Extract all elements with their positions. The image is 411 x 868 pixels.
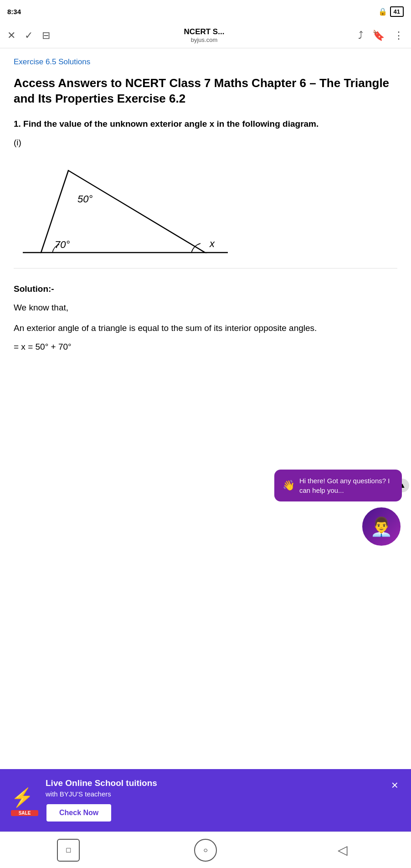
- bottom-banner: ⚡ SALE Live Online School tuitions with …: [0, 769, 411, 832]
- svg-text:70°: 70°: [55, 239, 70, 250]
- back-nav-button[interactable]: ◁: [331, 839, 354, 862]
- battery-display: 41: [390, 7, 404, 16]
- chat-content: 👋 Hi there! Got any questions? I can hel…: [283, 476, 394, 495]
- triangle-diagram: 50° 70° x: [14, 157, 397, 275]
- nav-actions: ⤴ 🔖 ⋮: [358, 30, 404, 41]
- chat-bubble: 👋 Hi there! Got any questions? I can hel…: [274, 470, 402, 501]
- banner-icon-area: ⚡ SALE: [11, 787, 38, 814]
- main-content: Exercise 6.5 Solutions Access Answers to…: [0, 48, 411, 366]
- close-icon[interactable]: ✕: [7, 30, 15, 41]
- main-heading: Access Answers to NCERT Class 7 Maths Ch…: [14, 76, 397, 107]
- banner-title: Live Online School tuitions: [46, 778, 382, 788]
- wave-emoji: 👋: [283, 479, 295, 493]
- square-nav-button[interactable]: □: [57, 839, 80, 862]
- back-triangle-icon: ◁: [338, 842, 348, 858]
- sale-badge: SALE: [11, 810, 38, 816]
- banner-text-area: Live Online School tuitions with BYJU'S …: [46, 778, 382, 822]
- status-right: 🔒 41: [378, 7, 404, 16]
- banner-subtitle: with BYJU'S teachers: [46, 790, 382, 798]
- chevron-down-icon[interactable]: ✓: [25, 30, 33, 41]
- avatar: 👨‍💼: [361, 506, 402, 547]
- page-title: NCERT S...: [184, 27, 225, 36]
- avatar-person-icon: 👨‍💼: [370, 516, 393, 537]
- sub-label: (i): [14, 138, 397, 148]
- status-bar: 8:34 🔒 41: [0, 0, 411, 23]
- bottom-nav: □ ○ ◁: [0, 832, 411, 868]
- square-icon: □: [66, 846, 71, 854]
- circle-icon: ○: [203, 846, 208, 854]
- solution-text-2: An exterior angle of a triangle is equal…: [14, 322, 397, 335]
- solution-label: Solution:-: [14, 284, 397, 294]
- triangle-svg: 50° 70° x: [14, 161, 232, 266]
- svg-text:50°: 50°: [77, 193, 92, 205]
- browser-nav-bar: ✕ ✓ ⊟ NCERT S... byjus.com ⤴ 🔖 ⋮: [0, 23, 411, 48]
- bookmark-icon[interactable]: 🔖: [372, 30, 385, 41]
- settings-icon[interactable]: ⊟: [42, 30, 50, 41]
- question-text: 1. Find the value of the unknown exterio…: [14, 118, 397, 131]
- circle-nav-button[interactable]: ○: [194, 839, 217, 862]
- nav-title-area: NCERT S... byjus.com: [59, 27, 349, 43]
- chat-widget[interactable]: 👋 Hi there! Got any questions? I can hel…: [274, 470, 402, 547]
- check-now-button[interactable]: Check Now: [46, 803, 112, 822]
- chat-message: Hi there! Got any questions? I can help …: [299, 476, 394, 495]
- svg-text:x: x: [209, 238, 215, 249]
- page-url: byjus.com: [191, 36, 218, 43]
- exercise-link[interactable]: Exercise 6.5 Solutions: [14, 57, 397, 67]
- close-banner-button[interactable]: ×: [390, 778, 400, 792]
- share-icon[interactable]: ⤴: [358, 30, 363, 41]
- more-icon[interactable]: ⋮: [394, 30, 404, 41]
- time-display: 8:34: [7, 8, 21, 16]
- equation: = x = 50° + 70°: [14, 342, 397, 352]
- lightning-icon: ⚡: [11, 787, 34, 807]
- lock-icon: 🔒: [378, 7, 387, 16]
- solution-text-1: We know that,: [14, 301, 397, 315]
